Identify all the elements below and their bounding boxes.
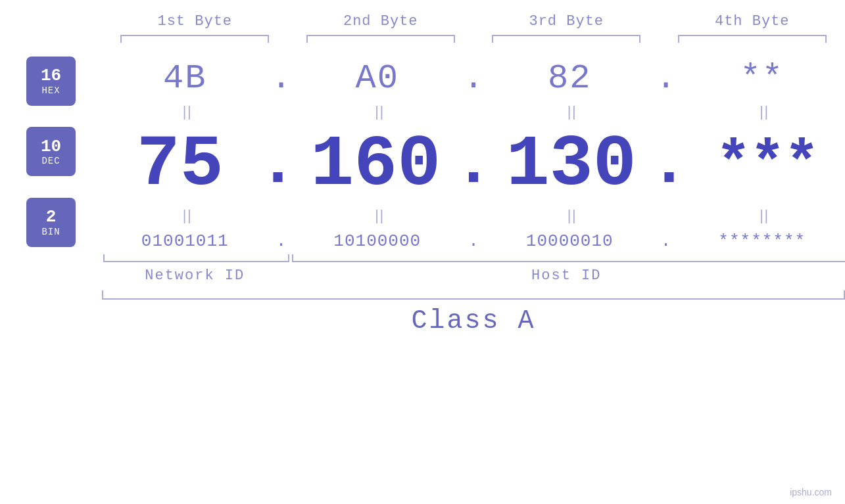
bracket-top-3 [492, 35, 640, 43]
eq1-c4: || [679, 104, 846, 121]
dec-cell-4: *** [689, 135, 845, 195]
badges-column: 16 HEX 10 DEC 2 BIN [0, 49, 102, 254]
bin-cell-2: 10100000 [295, 231, 461, 251]
bin-badge-num: 2 [46, 208, 57, 227]
eq2-c3: || [487, 208, 653, 225]
hex-cell-3: 82 [487, 59, 653, 98]
hex-badge-num: 16 [41, 66, 61, 85]
hex-badge-label: HEX [41, 85, 60, 96]
dec-val-4: *** [715, 135, 818, 195]
eq1-c1: || [102, 104, 268, 121]
dec-cell-1: 75 [102, 129, 258, 201]
data-columns: 4B . A0 . 82 . ** [102, 49, 845, 254]
dec-row: 75 . 160 . 130 . *** [102, 122, 845, 207]
byte-col-4: 4th Byte [660, 13, 846, 43]
main-grid: 16 HEX 10 DEC 2 BIN 4B . [0, 49, 845, 254]
bin-val-2: 10100000 [333, 231, 421, 251]
dec-badge: 10 DEC [26, 127, 76, 176]
hex-val-4: ** [740, 59, 784, 98]
bin-dot-3: . [653, 231, 679, 251]
bracket-top-1 [120, 35, 269, 43]
bin-dot-2: . [460, 231, 487, 251]
byte-label-1: 1st Byte [157, 13, 232, 30]
hex-cell-2: A0 [295, 59, 461, 98]
dec-val-2: 160 [310, 129, 441, 201]
eq1-c3: || [487, 104, 653, 121]
eq2-c4: || [679, 208, 846, 225]
bin-cell-4: ******** [679, 231, 846, 251]
bottom-labels-row: Network ID Host ID [102, 267, 845, 284]
byte-col-3: 3rd Byte [473, 13, 660, 43]
byte-col-2: 2nd Byte [288, 13, 474, 43]
byte-label-3: 3rd Byte [529, 13, 604, 30]
watermark: ipshu.com [790, 487, 832, 497]
class-section: Class A [0, 290, 845, 336]
class-bracket [102, 290, 845, 300]
dec-badge-label: DEC [41, 156, 60, 166]
bin-val-3: 10000010 [526, 231, 614, 251]
hex-cell-4: ** [679, 59, 846, 98]
dec-val-3: 130 [506, 129, 637, 201]
byte-col-1: 1st Byte [102, 13, 288, 43]
eq2-c2: || [295, 208, 461, 225]
bin-val-4: ******** [718, 231, 806, 251]
header-row: 1st Byte 2nd Byte 3rd Byte 4th Byte [0, 13, 845, 43]
bracket-top-2 [306, 35, 455, 43]
bin-badge: 2 BIN [26, 198, 76, 247]
bin-dot-1: . [268, 231, 295, 251]
bin-row: 01001011 . 10100000 . 10000010 . [102, 226, 845, 254]
hex-badge: 16 HEX [26, 57, 76, 106]
main-container: 1st Byte 2nd Byte 3rd Byte 4th Byte 16 H… [0, 0, 845, 504]
bottom-brackets-row [102, 254, 845, 262]
class-label: Class A [102, 306, 845, 336]
equals-row-1: || || || || [102, 103, 845, 122]
hex-dot-1: . [268, 59, 295, 98]
bottom-section: Network ID Host ID [0, 254, 845, 284]
dec-cell-3: 130 [493, 129, 649, 201]
dec-badge-num: 10 [41, 137, 61, 156]
dec-dot-2: . [454, 127, 493, 202]
bracket-bottom-host [292, 254, 846, 262]
dec-cell-2: 160 [298, 129, 454, 201]
hex-row: 4B . A0 . 82 . ** [102, 49, 845, 103]
equals-row-2: || || || || [102, 207, 845, 226]
hex-val-1: 4B [163, 59, 206, 98]
byte-label-4: 4th Byte [715, 13, 790, 30]
eq2-c1: || [102, 208, 268, 225]
bracket-top-4 [678, 35, 827, 43]
hex-val-2: A0 [356, 59, 399, 98]
hex-dot-2: . [460, 59, 487, 98]
bin-badge-label: BIN [41, 227, 60, 237]
network-id-label: Network ID [102, 267, 288, 284]
bin-cell-1: 01001011 [102, 231, 268, 251]
byte-label-2: 2nd Byte [343, 13, 418, 30]
bin-cell-3: 10000010 [487, 231, 653, 251]
hex-val-3: 82 [548, 59, 591, 98]
hex-dot-3: . [653, 59, 679, 98]
dec-dot-3: . [649, 127, 688, 202]
bin-val-1: 01001011 [141, 231, 229, 251]
dec-val-1: 75 [137, 129, 224, 201]
dec-dot-1: . [258, 127, 297, 202]
bracket-bottom-network [103, 254, 289, 262]
host-id-label: Host ID [288, 267, 846, 284]
hex-cell-1: 4B [102, 59, 268, 98]
eq1-c2: || [295, 104, 461, 121]
